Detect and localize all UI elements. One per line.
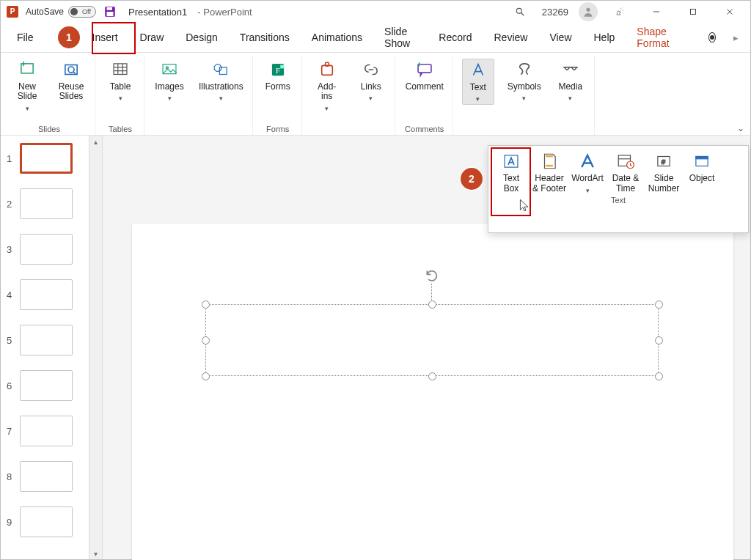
tab-shape-format[interactable]: Shape Format — [632, 20, 682, 55]
tab-slideshow[interactable]: Slide Show — [380, 20, 421, 55]
reuse-slides-button[interactable]: Reuse Slides — [55, 59, 87, 114]
toggle-knob — [70, 8, 78, 15]
symbols-label: Symbols — [508, 82, 541, 92]
symbols-icon — [515, 60, 534, 79]
thumbnail-slide-7[interactable]: 7 — [7, 416, 83, 446]
autosave-control[interactable]: AutoSave Off — [26, 6, 96, 18]
ribbon-insert: New Slide ▾ Reuse Slides Slides Table ▾ … — [1, 53, 750, 136]
addins-label: Add- ins — [318, 82, 336, 103]
group-slides: New Slide ▾ Reuse Slides Slides — [4, 56, 95, 135]
autosave-toggle[interactable]: Off — [68, 6, 96, 18]
resize-handle-nw[interactable] — [202, 301, 210, 309]
tab-file[interactable]: File — [12, 26, 38, 49]
thumbnail-slide-8[interactable]: 8 — [7, 461, 83, 492]
svg-rect-27 — [280, 65, 284, 68]
text-box-button[interactable]: Text Box — [493, 150, 530, 196]
maximize-button[interactable] — [678, 1, 708, 22]
thumbnail-slide-4[interactable]: 4 — [7, 279, 83, 310]
thumbnail-slide-2[interactable]: 2 — [7, 188, 83, 219]
scroll-up-icon[interactable]: ▴ — [89, 136, 102, 147]
thumbnail-slide-6[interactable]: 6 — [7, 370, 83, 401]
search-icon[interactable] — [505, 1, 535, 22]
resize-handle-sw[interactable] — [202, 372, 210, 380]
object-button[interactable]: Object — [684, 150, 720, 196]
thumbnail-scrollbar[interactable]: ▴ ▾ — [89, 136, 102, 559]
links-button[interactable]: Links ▾ — [355, 59, 387, 114]
annotation-badge-2: 2 — [461, 168, 483, 190]
images-button[interactable]: Images ▾ — [153, 59, 186, 104]
overflow-tabs-icon[interactable]: ▸ — [733, 32, 739, 43]
tab-review[interactable]: Review — [490, 26, 532, 49]
thumbnail-slide-9[interactable]: 9 — [7, 506, 83, 537]
resize-handle-s[interactable] — [428, 372, 436, 380]
wordart-button[interactable]: WordArt ▾ — [569, 150, 606, 196]
text-split-button[interactable]: Text ▾ — [462, 59, 494, 106]
slide-number-button[interactable]: # Slide Number — [645, 150, 682, 196]
group-comments-label: Comments — [405, 122, 444, 133]
save-icon[interactable] — [103, 5, 117, 18]
tab-insert[interactable]: Insert — [88, 26, 122, 49]
tab-design[interactable]: Design — [181, 26, 222, 49]
text-icon — [469, 61, 488, 80]
forms-button[interactable]: F Forms — [262, 59, 294, 94]
group-forms: F Forms Forms — [254, 56, 302, 135]
comment-icon — [415, 60, 434, 79]
autosave-state: Off — [82, 8, 91, 15]
resize-handle-n[interactable] — [428, 301, 436, 309]
links-label: Links — [361, 82, 381, 92]
powerpoint-window: P AutoSave Off Presentation1 - PowerPoin… — [0, 0, 751, 560]
text-gallery-popout: 2 Text Box Header & Footer WordArt ▾ Dat… — [488, 145, 749, 233]
addins-button[interactable]: Add- ins ▾ — [311, 59, 343, 114]
media-label: Media — [558, 82, 582, 92]
thumbnail-slide-3[interactable]: 3 — [7, 234, 83, 265]
group-text-sym-media: Text ▾ Symbols ▾ Media ▾ — [455, 56, 595, 135]
group-slides-label: Slides — [38, 122, 60, 133]
symbols-button[interactable]: Symbols ▾ — [506, 59, 543, 106]
tab-draw[interactable]: Draw — [136, 26, 169, 49]
group-tables-label: Tables — [109, 122, 132, 133]
wordart-label: WordArt — [571, 174, 604, 184]
resize-handle-e[interactable] — [655, 336, 663, 345]
date-time-button[interactable]: Date & Time — [607, 150, 644, 196]
tab-help[interactable]: Help — [590, 26, 620, 49]
svg-rect-16 — [114, 64, 127, 75]
tab-record[interactable]: Record — [434, 26, 476, 49]
illustrations-button[interactable]: Illustrations ▾ — [197, 59, 245, 104]
scroll-down-icon[interactable]: ▾ — [89, 548, 102, 559]
thumbnail-slide-5[interactable]: 5 — [7, 325, 83, 355]
svg-point-5 — [586, 8, 590, 12]
svg-line-4 — [521, 13, 524, 16]
tab-animations[interactable]: Animations — [307, 26, 367, 49]
svg-point-3 — [516, 9, 521, 14]
svg-text:F: F — [275, 66, 279, 75]
slide-canvas[interactable] — [132, 224, 733, 560]
resize-handle-w[interactable] — [202, 336, 210, 345]
table-button[interactable]: Table ▾ — [104, 59, 136, 104]
comment-button[interactable]: Comment — [404, 59, 445, 94]
coming-soon-icon[interactable] — [605, 1, 634, 22]
text-box-icon — [502, 152, 521, 171]
minimize-button[interactable] — [642, 1, 671, 22]
new-slide-icon — [18, 60, 37, 79]
chevron-down-icon: ▾ — [119, 95, 122, 102]
header-footer-button[interactable]: Header & Footer — [531, 150, 568, 196]
thumbnail-preview — [20, 416, 73, 446]
addins-icon — [318, 60, 337, 79]
thumbnail-index: 1 — [7, 153, 14, 164]
account-avatar[interactable] — [579, 2, 598, 21]
account-name[interactable]: 23269 — [542, 7, 568, 18]
tab-transitions[interactable]: Transitions — [235, 26, 294, 49]
ribbon-collapse-icon[interactable]: ⌄ — [737, 123, 744, 133]
camera-record-icon[interactable] — [708, 32, 716, 43]
selected-text-box[interactable] — [205, 304, 659, 376]
thumbnail-slide-1[interactable]: 1 — [7, 143, 83, 174]
close-button[interactable] — [715, 1, 744, 22]
resize-handle-ne[interactable] — [655, 301, 663, 309]
document-title: Presentation1 — [128, 7, 187, 18]
media-button[interactable]: Media ▾ — [554, 59, 587, 106]
tab-view[interactable]: View — [545, 26, 576, 49]
rotate-handle-icon[interactable] — [424, 268, 440, 284]
resize-handle-se[interactable] — [655, 372, 663, 380]
new-slide-button[interactable]: New Slide ▾ — [11, 59, 43, 114]
group-forms-label: Forms — [266, 122, 289, 133]
